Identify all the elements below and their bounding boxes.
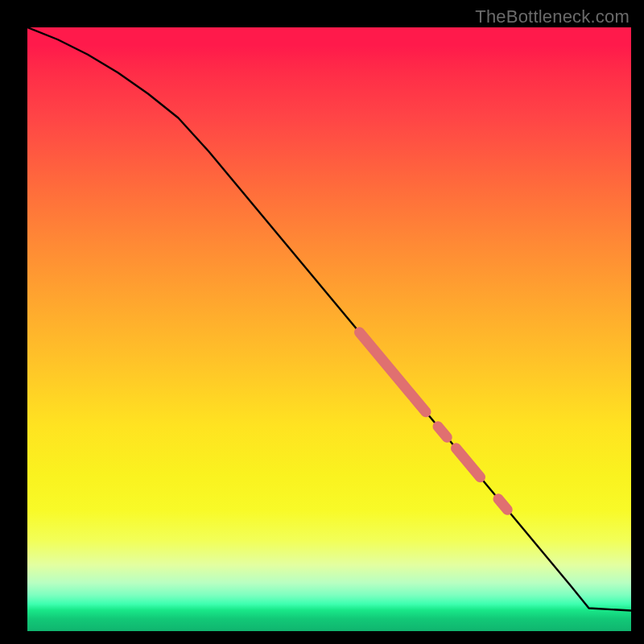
chart-frame: TheBottleneck.com [0,0,644,644]
highlight-segment [360,332,427,412]
watermark-text: TheBottleneck.com [475,6,630,27]
highlight-segment [438,427,447,438]
highlight-segment [456,448,481,477]
plot-area [27,27,631,631]
highlight-segment [498,499,507,510]
main-curve-line [27,27,631,611]
chart-overlay [27,27,631,631]
